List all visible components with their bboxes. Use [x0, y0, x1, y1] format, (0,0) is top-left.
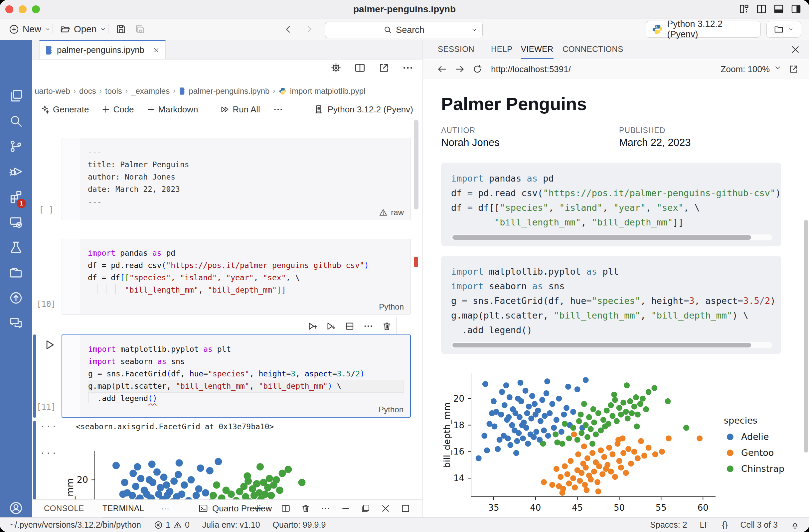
- tab-console[interactable]: CONSOLE: [44, 500, 84, 517]
- language-braces-status[interactable]: {}: [722, 520, 728, 530]
- toggle-secondary-sidebar-icon[interactable]: [790, 3, 802, 15]
- open-button[interactable]: Open: [60, 22, 106, 37]
- chevron-down-icon[interactable]: [774, 64, 782, 72]
- code-scrollbar[interactable]: [451, 234, 772, 241]
- new-terminal-icon[interactable]: [253, 503, 271, 513]
- split-cell-icon[interactable]: [344, 321, 355, 332]
- cell-language-label[interactable]: Python: [379, 405, 403, 414]
- more-panel-tabs[interactable]: ···: [161, 500, 169, 517]
- run-below-icon[interactable]: [326, 321, 336, 332]
- viewer-zoom-level[interactable]: Zoom: 100%: [721, 64, 770, 74]
- run-all-button[interactable]: Run All: [216, 104, 264, 115]
- close-tab-icon[interactable]: [153, 47, 160, 54]
- source-control-icon[interactable]: [8, 139, 23, 154]
- minimize-panel-icon[interactable]: [341, 503, 350, 513]
- breadcrumb-item[interactable]: _examples: [131, 86, 170, 96]
- save-all-button[interactable]: [135, 22, 145, 37]
- close-panel-icon[interactable]: [790, 45, 801, 55]
- problems-status[interactable]: 1 0: [154, 520, 190, 530]
- cell-code[interactable]: import pandas as pddf = pd.read_csv("htt…: [62, 239, 411, 300]
- workspace-selector[interactable]: [767, 21, 801, 38]
- tab-terminal[interactable]: TERMINAL: [102, 500, 144, 518]
- split-editor-layout-icon[interactable]: [756, 3, 767, 15]
- search-sidebar-icon[interactable]: [8, 114, 23, 128]
- folder-sidebar-icon[interactable]: [8, 265, 23, 280]
- tab-viewer[interactable]: VIEWER: [521, 40, 553, 59]
- viewer-scrollbar-thumb[interactable]: [804, 220, 808, 453]
- output-collapse-handle[interactable]: ···: [40, 448, 57, 458]
- maximize-panel-icon[interactable]: [400, 503, 411, 513]
- breadcrumb-item[interactable]: tools: [105, 86, 122, 96]
- nav-forward-button[interactable]: [304, 22, 314, 37]
- open-in-browser-icon[interactable]: [788, 64, 799, 74]
- breadcrumb-item[interactable]: uarto-web: [35, 86, 70, 96]
- explorer-icon[interactable]: [8, 88, 23, 103]
- viewer-forward-icon[interactable]: [454, 64, 465, 74]
- generate-button[interactable]: Generate: [37, 104, 93, 115]
- code-scrollbar[interactable]: [451, 342, 772, 348]
- viewer-url[interactable]: http://localhost:5391/: [491, 64, 571, 74]
- account-icon[interactable]: [8, 501, 23, 515]
- run-debug-icon[interactable]: [8, 164, 23, 179]
- save-button[interactable]: [116, 22, 126, 37]
- restore-panel-icon[interactable]: [361, 503, 371, 513]
- more-notebook-actions[interactable]: [269, 104, 288, 115]
- breadcrumb-item[interactable]: docs: [79, 86, 96, 96]
- scatter-point: [506, 414, 512, 420]
- breadcrumb-item[interactable]: palmer-penguins.ipynb: [189, 86, 270, 96]
- indentation-status[interactable]: Spaces: 2: [650, 520, 687, 530]
- editor-scrollbar-thumb[interactable]: [414, 120, 418, 210]
- more-panel-actions-icon[interactable]: [321, 503, 331, 513]
- nav-back-button[interactable]: [283, 22, 293, 37]
- output-collapse-handle[interactable]: ···: [40, 422, 57, 431]
- cell-code[interactable]: import matplotlib.pyplot as pltimport se…: [62, 335, 410, 408]
- cell-language[interactable]: raw: [379, 208, 404, 217]
- kill-terminal-icon[interactable]: [301, 503, 311, 513]
- add-code-cell-button[interactable]: Code: [98, 104, 138, 115]
- more-actions-icon[interactable]: [402, 62, 414, 74]
- tab-help[interactable]: HELP: [491, 40, 513, 58]
- new-button[interactable]: New: [8, 22, 51, 37]
- breadcrumb-item[interactable]: import matplotlib.pypl: [290, 86, 366, 96]
- open-external-icon[interactable]: [378, 62, 390, 74]
- tab-connections[interactable]: CONNECTIONS: [563, 40, 623, 58]
- interpreter-selector[interactable]: Python 3.12.2 (Pyenv): [646, 21, 761, 38]
- code-line: g.map(plt.scatter, "bill_length_mm", "bi…: [451, 308, 781, 323]
- quarto-version-status[interactable]: Quarto: 99.9.9: [273, 520, 326, 530]
- notebook-settings-gear-icon[interactable]: [330, 62, 342, 74]
- cell-language-label[interactable]: Python: [379, 302, 404, 312]
- split-editor-icon[interactable]: [354, 62, 366, 74]
- viewer-back-icon[interactable]: [437, 64, 447, 74]
- julia-env-status[interactable]: Julia env: v1.10: [202, 520, 260, 530]
- notebook-cell-raw[interactable]: ---title: Palmer Penguinsauthor: Norah J…: [62, 138, 411, 220]
- comments-icon[interactable]: [8, 316, 23, 331]
- chevron-down-icon[interactable]: [471, 26, 478, 33]
- remote-explorer-icon[interactable]: [8, 215, 23, 229]
- search-input[interactable]: Search: [325, 22, 483, 38]
- more-cell-actions-icon[interactable]: [363, 321, 374, 332]
- top-toolbar: New Open Search: [0, 19, 809, 40]
- interpreter-path[interactable]: ~/.pyenv/versions/3.12.2/bin/python: [10, 520, 141, 530]
- add-markdown-cell-button[interactable]: Markdown: [143, 104, 202, 115]
- toggle-panel-icon[interactable]: [773, 3, 785, 15]
- tab-palmer-penguins[interactable]: palmer-penguins.ipynb: [39, 40, 166, 59]
- notebook-cell-seaborn[interactable]: import matplotlib.pyplot as pltimport se…: [62, 335, 411, 418]
- kernel-selector[interactable]: Python 3.12.2 (Pyenv): [314, 101, 413, 118]
- tab-session[interactable]: SESSION: [438, 40, 475, 58]
- close-panel-icon[interactable]: [381, 503, 391, 513]
- testing-icon[interactable]: [8, 240, 23, 255]
- publish-icon[interactable]: [8, 290, 23, 305]
- notifications-bell-icon[interactable]: [790, 520, 800, 530]
- customize-layout-icon[interactable]: [739, 3, 750, 15]
- delete-cell-icon[interactable]: [381, 321, 392, 332]
- run-above-icon[interactable]: [307, 321, 318, 332]
- run-cell-button[interactable]: [43, 338, 56, 351]
- viewer-reload-icon[interactable]: [472, 64, 483, 74]
- notebook-cell-pandas[interactable]: import pandas as pddf = pd.read_csv("htt…: [62, 239, 411, 315]
- cell-code[interactable]: ---title: Palmer Penguinsauthor: Norah J…: [62, 138, 411, 211]
- split-terminal-icon[interactable]: [281, 503, 291, 513]
- scatter-point: [535, 408, 541, 414]
- eol-status[interactable]: LF: [700, 520, 709, 530]
- cell-position-status[interactable]: Cell 3 of 3: [740, 520, 778, 530]
- scatter-point: [557, 474, 564, 480]
